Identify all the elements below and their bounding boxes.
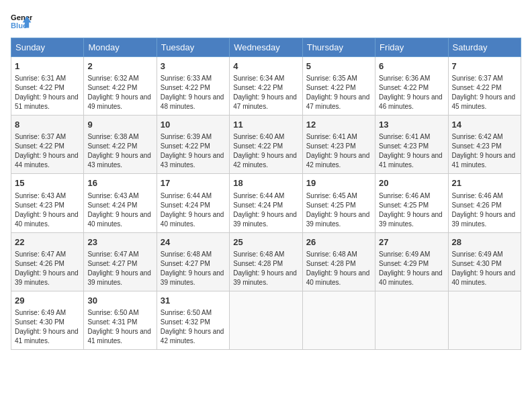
day-number: 7	[452, 60, 517, 73]
calendar-cell: 15 Sunrise: 6:43 AM Sunset: 4:23 PM Dayl…	[11, 174, 84, 232]
calendar-cell: 26 Sunrise: 6:48 AM Sunset: 4:28 PM Dayl…	[302, 232, 375, 291]
day-number: 20	[379, 177, 444, 189]
day-info: Sunrise: 6:41 AM Sunset: 4:23 PM Dayligh…	[306, 132, 371, 170]
day-number: 18	[233, 177, 298, 189]
day-info: Sunrise: 6:41 AM Sunset: 4:23 PM Dayligh…	[379, 132, 444, 170]
calendar-cell: 19 Sunrise: 6:45 AM Sunset: 4:25 PM Dayl…	[302, 174, 375, 232]
calendar-cell: 27 Sunrise: 6:49 AM Sunset: 4:29 PM Dayl…	[375, 232, 448, 291]
day-number: 16	[87, 177, 152, 189]
calendar-cell: 13 Sunrise: 6:41 AM Sunset: 4:23 PM Dayl…	[375, 116, 448, 174]
calendar-cell: 23 Sunrise: 6:47 AM Sunset: 4:27 PM Dayl…	[84, 232, 157, 291]
day-info: Sunrise: 6:39 AM Sunset: 4:22 PM Dayligh…	[161, 132, 226, 170]
day-info: Sunrise: 6:43 AM Sunset: 4:23 PM Dayligh…	[15, 191, 80, 229]
logo: General Blue	[11, 11, 32, 32]
calendar-cell: 3 Sunrise: 6:33 AM Sunset: 4:22 PM Dayli…	[157, 57, 229, 116]
day-number: 25	[233, 236, 298, 248]
calendar-cell: 5 Sunrise: 6:35 AM Sunset: 4:22 PM Dayli…	[302, 57, 375, 116]
day-number: 23	[87, 236, 152, 248]
day-number: 11	[233, 119, 298, 131]
page-header: General Blue	[11, 11, 521, 32]
day-number: 8	[15, 119, 80, 131]
calendar-cell	[448, 291, 521, 349]
day-number: 4	[233, 60, 298, 73]
logo-icon: General Blue	[11, 11, 32, 32]
calendar-cell: 1 Sunrise: 6:31 AM Sunset: 4:22 PM Dayli…	[11, 57, 84, 116]
calendar-cell: 4 Sunrise: 6:34 AM Sunset: 4:22 PM Dayli…	[230, 57, 302, 116]
calendar-cell: 9 Sunrise: 6:38 AM Sunset: 4:22 PM Dayli…	[84, 116, 157, 174]
day-number: 14	[452, 119, 517, 131]
calendar-cell: 30 Sunrise: 6:50 AM Sunset: 4:31 PM Dayl…	[84, 291, 157, 349]
calendar-cell: 29 Sunrise: 6:49 AM Sunset: 4:30 PM Dayl…	[11, 291, 84, 349]
calendar-cell: 2 Sunrise: 6:32 AM Sunset: 4:22 PM Dayli…	[84, 57, 157, 116]
day-number: 31	[161, 295, 226, 307]
day-info: Sunrise: 6:48 AM Sunset: 4:28 PM Dayligh…	[233, 250, 298, 287]
day-info: Sunrise: 6:44 AM Sunset: 4:24 PM Dayligh…	[233, 191, 298, 229]
weekday-header-wednesday: Wednesday	[230, 38, 302, 57]
day-info: Sunrise: 6:42 AM Sunset: 4:23 PM Dayligh…	[452, 132, 517, 170]
calendar-cell: 31 Sunrise: 6:50 AM Sunset: 4:32 PM Dayl…	[157, 291, 229, 349]
day-number: 19	[306, 177, 371, 189]
calendar-cell: 14 Sunrise: 6:42 AM Sunset: 4:23 PM Dayl…	[448, 116, 521, 174]
calendar-cell: 22 Sunrise: 6:47 AM Sunset: 4:26 PM Dayl…	[11, 232, 84, 291]
calendar-cell: 8 Sunrise: 6:37 AM Sunset: 4:22 PM Dayli…	[11, 116, 84, 174]
day-info: Sunrise: 6:48 AM Sunset: 4:28 PM Dayligh…	[306, 250, 371, 287]
calendar-cell: 17 Sunrise: 6:44 AM Sunset: 4:24 PM Dayl…	[157, 174, 229, 232]
day-number: 13	[379, 119, 444, 131]
calendar-cell: 20 Sunrise: 6:46 AM Sunset: 4:25 PM Dayl…	[375, 174, 448, 232]
day-info: Sunrise: 6:50 AM Sunset: 4:32 PM Dayligh…	[161, 308, 226, 346]
day-number: 29	[15, 295, 80, 307]
day-info: Sunrise: 6:32 AM Sunset: 4:22 PM Dayligh…	[87, 74, 152, 111]
day-info: Sunrise: 6:34 AM Sunset: 4:22 PM Dayligh…	[233, 74, 298, 111]
weekday-header-tuesday: Tuesday	[157, 38, 229, 57]
day-info: Sunrise: 6:49 AM Sunset: 4:30 PM Dayligh…	[15, 308, 80, 346]
day-info: Sunrise: 6:46 AM Sunset: 4:25 PM Dayligh…	[379, 191, 444, 229]
calendar-cell	[302, 291, 375, 349]
day-number: 1	[15, 60, 80, 73]
day-info: Sunrise: 6:49 AM Sunset: 4:30 PM Dayligh…	[452, 250, 517, 287]
day-info: Sunrise: 6:47 AM Sunset: 4:26 PM Dayligh…	[15, 250, 80, 287]
day-info: Sunrise: 6:50 AM Sunset: 4:31 PM Dayligh…	[87, 308, 152, 346]
day-info: Sunrise: 6:48 AM Sunset: 4:27 PM Dayligh…	[161, 250, 226, 287]
day-info: Sunrise: 6:35 AM Sunset: 4:22 PM Dayligh…	[306, 74, 371, 111]
calendar-cell: 12 Sunrise: 6:41 AM Sunset: 4:23 PM Dayl…	[302, 116, 375, 174]
day-number: 5	[306, 60, 371, 73]
day-number: 9	[87, 119, 152, 131]
day-number: 27	[379, 236, 444, 248]
calendar-cell: 7 Sunrise: 6:37 AM Sunset: 4:22 PM Dayli…	[448, 57, 521, 116]
day-info: Sunrise: 6:31 AM Sunset: 4:22 PM Dayligh…	[15, 74, 80, 111]
calendar-cell	[230, 291, 302, 349]
weekday-header-friday: Friday	[375, 38, 448, 57]
day-info: Sunrise: 6:44 AM Sunset: 4:24 PM Dayligh…	[161, 191, 226, 229]
weekday-header-sunday: Sunday	[11, 38, 84, 57]
calendar-cell: 24 Sunrise: 6:48 AM Sunset: 4:27 PM Dayl…	[157, 232, 229, 291]
weekday-header-saturday: Saturday	[448, 38, 521, 57]
calendar-cell: 18 Sunrise: 6:44 AM Sunset: 4:24 PM Dayl…	[230, 174, 302, 232]
day-info: Sunrise: 6:45 AM Sunset: 4:25 PM Dayligh…	[306, 191, 371, 229]
calendar-cell: 21 Sunrise: 6:46 AM Sunset: 4:26 PM Dayl…	[448, 174, 521, 232]
day-info: Sunrise: 6:36 AM Sunset: 4:22 PM Dayligh…	[379, 74, 444, 111]
day-info: Sunrise: 6:49 AM Sunset: 4:29 PM Dayligh…	[379, 250, 444, 287]
day-number: 15	[15, 177, 80, 189]
day-info: Sunrise: 6:33 AM Sunset: 4:22 PM Dayligh…	[161, 74, 226, 111]
calendar-cell	[375, 291, 448, 349]
day-info: Sunrise: 6:37 AM Sunset: 4:22 PM Dayligh…	[452, 74, 517, 111]
calendar-cell: 11 Sunrise: 6:40 AM Sunset: 4:22 PM Dayl…	[230, 116, 302, 174]
weekday-header-monday: Monday	[84, 38, 157, 57]
day-info: Sunrise: 6:43 AM Sunset: 4:24 PM Dayligh…	[87, 191, 152, 229]
day-number: 10	[161, 119, 226, 131]
day-number: 26	[306, 236, 371, 248]
calendar-cell: 10 Sunrise: 6:39 AM Sunset: 4:22 PM Dayl…	[157, 116, 229, 174]
calendar-cell: 25 Sunrise: 6:48 AM Sunset: 4:28 PM Dayl…	[230, 232, 302, 291]
day-number: 21	[452, 177, 517, 189]
day-number: 3	[161, 60, 226, 73]
day-info: Sunrise: 6:38 AM Sunset: 4:22 PM Dayligh…	[87, 132, 152, 170]
day-number: 12	[306, 119, 371, 131]
weekday-header-thursday: Thursday	[302, 38, 375, 57]
day-info: Sunrise: 6:46 AM Sunset: 4:26 PM Dayligh…	[452, 191, 517, 229]
day-info: Sunrise: 6:37 AM Sunset: 4:22 PM Dayligh…	[15, 132, 80, 170]
day-number: 22	[15, 236, 80, 248]
calendar-table: SundayMondayTuesdayWednesdayThursdayFrid…	[11, 38, 521, 350]
day-info: Sunrise: 6:40 AM Sunset: 4:22 PM Dayligh…	[233, 132, 298, 170]
day-number: 17	[161, 177, 226, 189]
day-number: 30	[87, 295, 152, 307]
